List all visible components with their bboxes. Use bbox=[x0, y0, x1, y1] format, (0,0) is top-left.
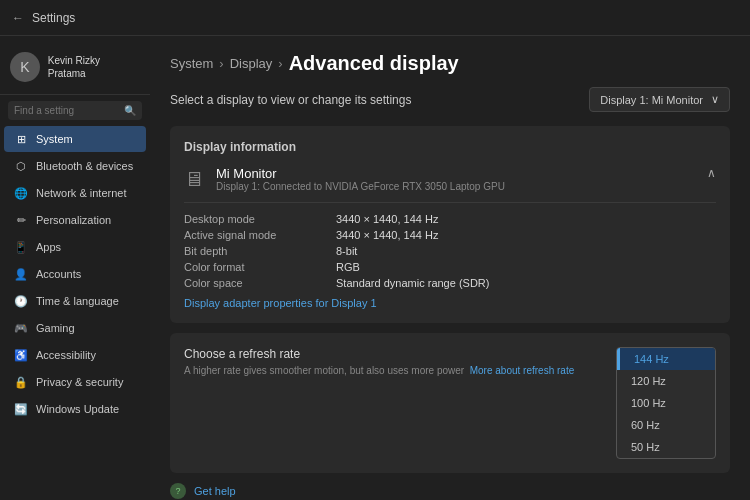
network-icon: 🌐 bbox=[14, 186, 28, 200]
breadcrumb-system[interactable]: System bbox=[170, 56, 213, 71]
sidebar-item-label: Gaming bbox=[36, 322, 75, 334]
sidebar-item-label: Time & language bbox=[36, 295, 119, 307]
accessibility-icon: ♿ bbox=[14, 348, 28, 362]
sidebar-item-apps[interactable]: 📱 Apps bbox=[4, 234, 146, 260]
bluetooth-icon: ⬡ bbox=[14, 159, 28, 173]
adapter-properties-link[interactable]: Display adapter properties for Display 1 bbox=[184, 297, 716, 309]
info-label-desktop-mode: Desktop mode bbox=[184, 213, 324, 225]
refresh-title: Choose a refresh rate bbox=[184, 347, 616, 361]
info-value-signal-mode: 3440 × 1440, 144 Hz bbox=[336, 229, 716, 241]
personalization-icon: ✏ bbox=[14, 213, 28, 227]
chevron-down-icon: ∨ bbox=[711, 93, 719, 106]
monitor-info-row: 🖥 Mi Monitor Display 1: Connected to NVI… bbox=[184, 166, 716, 203]
display-dropdown[interactable]: Display 1: Mi Monitor ∨ bbox=[589, 87, 730, 112]
sidebar-item-personalization[interactable]: ✏ Personalization bbox=[4, 207, 146, 233]
user-profile[interactable]: K Kevin Rizky Pratama bbox=[0, 44, 150, 95]
breadcrumb-advanced-display: Advanced display bbox=[289, 52, 459, 75]
breadcrumb: System › Display › Advanced display bbox=[170, 52, 730, 75]
display-selector-label: Select a display to view or change its s… bbox=[170, 93, 411, 107]
system-icon: ⊞ bbox=[14, 132, 28, 146]
refresh-rate-section: Choose a refresh rate A higher rate give… bbox=[170, 333, 730, 473]
sidebar-item-label: Network & internet bbox=[36, 187, 126, 199]
refresh-option-120hz[interactable]: 120 Hz bbox=[617, 370, 715, 392]
refresh-sub: A higher rate gives smoother motion, but… bbox=[184, 365, 616, 376]
update-icon: 🔄 bbox=[14, 402, 28, 416]
sidebar-item-network[interactable]: 🌐 Network & internet bbox=[4, 180, 146, 206]
info-value-desktop-mode: 3440 × 1440, 144 Hz bbox=[336, 213, 716, 225]
breadcrumb-sep-2: › bbox=[278, 56, 282, 71]
help-icon: ? bbox=[170, 483, 186, 499]
search-input[interactable] bbox=[14, 105, 120, 116]
sidebar-item-label: Apps bbox=[36, 241, 61, 253]
time-icon: 🕐 bbox=[14, 294, 28, 308]
display-info-title: Display information bbox=[184, 140, 716, 154]
refresh-option-100hz[interactable]: 100 Hz bbox=[617, 392, 715, 414]
sidebar-item-privacy[interactable]: 🔒 Privacy & security bbox=[4, 369, 146, 395]
display-dropdown-value: Display 1: Mi Monitor bbox=[600, 94, 703, 106]
sidebar-item-label: Privacy & security bbox=[36, 376, 123, 388]
content-area: System › Display › Advanced display Sele… bbox=[150, 36, 750, 500]
refresh-option-50hz[interactable]: 50 Hz bbox=[617, 436, 715, 458]
refresh-left: Choose a refresh rate A higher rate give… bbox=[184, 347, 616, 376]
sidebar-item-bluetooth[interactable]: ⬡ Bluetooth & devices bbox=[4, 153, 146, 179]
gaming-icon: 🎮 bbox=[14, 321, 28, 335]
display-info-section: Display information 🖥 Mi Monitor Display… bbox=[170, 126, 730, 323]
main-layout: K Kevin Rizky Pratama 🔍 ⊞ System ⬡ Bluet… bbox=[0, 36, 750, 500]
refresh-option-144hz[interactable]: 144 Hz bbox=[617, 348, 715, 370]
sidebar-item-label: Bluetooth & devices bbox=[36, 160, 133, 172]
sidebar: K Kevin Rizky Pratama 🔍 ⊞ System ⬡ Bluet… bbox=[0, 36, 150, 500]
breadcrumb-sep-1: › bbox=[219, 56, 223, 71]
app-title: Settings bbox=[32, 11, 75, 25]
info-table: Desktop mode 3440 × 1440, 144 Hz Active … bbox=[184, 213, 716, 309]
sidebar-item-gaming[interactable]: 🎮 Gaming bbox=[4, 315, 146, 341]
sidebar-item-windows-update[interactable]: 🔄 Windows Update bbox=[4, 396, 146, 422]
refresh-option-60hz[interactable]: 60 Hz bbox=[617, 414, 715, 436]
search-icon: 🔍 bbox=[124, 105, 136, 116]
sidebar-item-label: Personalization bbox=[36, 214, 111, 226]
refresh-rate-dropdown[interactable]: 144 Hz 120 Hz 100 Hz 60 Hz 50 Hz bbox=[616, 347, 716, 459]
info-label-bit-depth: Bit depth bbox=[184, 245, 324, 257]
back-button[interactable]: ← bbox=[12, 11, 24, 25]
search-bar[interactable]: 🔍 bbox=[8, 101, 142, 120]
breadcrumb-display[interactable]: Display bbox=[230, 56, 273, 71]
accounts-icon: 👤 bbox=[14, 267, 28, 281]
info-label-color-format: Color format bbox=[184, 261, 324, 273]
sidebar-item-label: Accounts bbox=[36, 268, 81, 280]
help-links: ? Get help ↑ Give feedback bbox=[170, 483, 730, 500]
display-selector-bar: Select a display to view or change its s… bbox=[170, 87, 730, 112]
apps-icon: 📱 bbox=[14, 240, 28, 254]
avatar: K bbox=[10, 52, 40, 82]
info-value-color-space: Standard dynamic range (SDR) bbox=[336, 277, 716, 289]
sidebar-item-label: System bbox=[36, 133, 73, 145]
monitor-icon: 🖥 bbox=[184, 168, 204, 191]
get-help-label: Get help bbox=[194, 485, 236, 497]
sidebar-item-accounts[interactable]: 👤 Accounts bbox=[4, 261, 146, 287]
monitor-name: Mi Monitor bbox=[216, 166, 695, 181]
info-label-signal-mode: Active signal mode bbox=[184, 229, 324, 241]
sidebar-item-time[interactable]: 🕐 Time & language bbox=[4, 288, 146, 314]
info-label-color-space: Color space bbox=[184, 277, 324, 289]
monitor-sub: Display 1: Connected to NVIDIA GeForce R… bbox=[216, 181, 695, 192]
sidebar-item-system[interactable]: ⊞ System bbox=[4, 126, 146, 152]
privacy-icon: 🔒 bbox=[14, 375, 28, 389]
refresh-link[interactable]: More about refresh rate bbox=[470, 365, 575, 376]
sidebar-item-accessibility[interactable]: ♿ Accessibility bbox=[4, 342, 146, 368]
info-value-bit-depth: 8-bit bbox=[336, 245, 716, 257]
collapse-button[interactable]: ∧ bbox=[707, 166, 716, 180]
title-bar: ← Settings bbox=[0, 0, 750, 36]
sidebar-item-label: Accessibility bbox=[36, 349, 96, 361]
monitor-details: Mi Monitor Display 1: Connected to NVIDI… bbox=[216, 166, 695, 192]
username: Kevin Rizky Pratama bbox=[48, 54, 140, 80]
sidebar-item-label: Windows Update bbox=[36, 403, 119, 415]
info-value-color-format: RGB bbox=[336, 261, 716, 273]
get-help-link[interactable]: ? Get help bbox=[170, 483, 730, 499]
